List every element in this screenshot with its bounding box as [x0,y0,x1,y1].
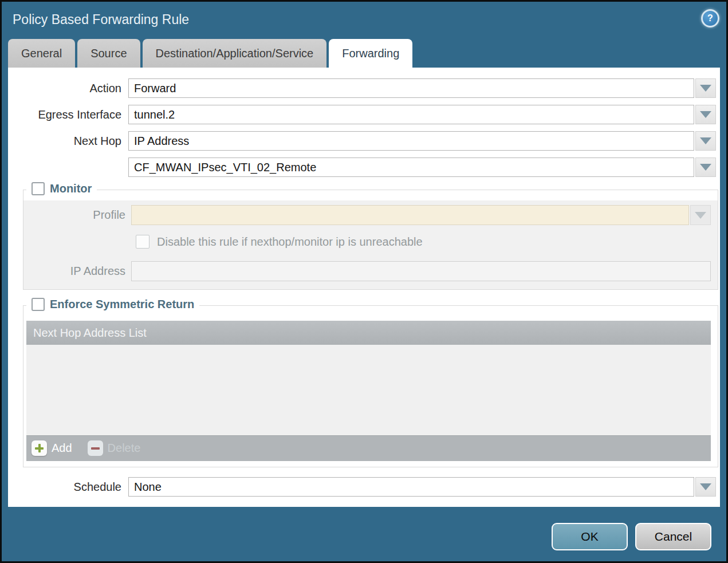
next-hop-address-list-header-label: Next Hop Address List [33,326,147,340]
chevron-down-icon [695,212,706,219]
next-hop-address-dropdown-button[interactable] [695,158,716,177]
action-row: Action Forward [8,78,720,98]
tab-destination-label: Destination/Application/Service [156,47,314,60]
monitor-ip-address-label: IP Address [23,265,131,278]
tab-bar: General Source Destination/Application/S… [8,39,412,68]
next-hop-row: Next Hop IP Address [8,131,720,151]
profile-select [131,205,711,225]
egress-interface-label: Egress Interface [8,108,128,121]
next-hop-type-value[interactable]: IP Address [128,131,694,151]
profile-row: Profile [23,205,718,225]
egress-interface-row: Egress Interface tunnel.2 [8,105,720,124]
next-hop-address-list-table-wrap: Next Hop Address List Add Delete [23,306,718,467]
monitor-legend-label: Monitor [50,182,92,195]
enforce-symmetric-return-legend-label: Enforce Symmetric Return [50,298,194,311]
disable-rule-label: Disable this rule if nexthop/monitor ip … [157,235,423,249]
schedule-label: Schedule [8,481,128,494]
ok-button[interactable]: OK [552,523,628,550]
monitor-ip-address-field-wrap [131,261,711,281]
next-hop-label: Next Hop [8,135,128,148]
monitor-group: Monitor Profile Disable [23,190,718,290]
add-button-label: Add [52,442,72,455]
forwarding-tab-panel: Action Forward Egress Interface tunnel.2 [8,68,720,507]
tab-source-label: Source [90,47,127,60]
chevron-down-icon [700,137,711,144]
help-icon[interactable]: ? [701,9,719,27]
chevron-down-icon [700,111,711,118]
monitor-body: Profile Disable this rule if nexthop/mon… [23,200,718,289]
next-hop-address-select[interactable]: CF_MWAN_IPsec_VTI_02_Remote [128,158,716,177]
cancel-button[interactable]: Cancel [635,523,711,550]
enforce-symmetric-return-group: Enforce Symmetric Return Next Hop Addres… [23,305,718,467]
chevron-down-icon [700,85,711,92]
next-hop-address-row: CF_MWAN_IPsec_VTI_02_Remote [8,158,720,177]
profile-dropdown-button [690,205,711,225]
schedule-dropdown-button[interactable] [695,477,716,497]
dialog-footer-buttons: OK Cancel [552,523,711,550]
next-hop-type-dropdown-button[interactable] [695,131,716,151]
enforce-symmetric-return-legend: Enforce Symmetric Return [26,298,199,311]
action-dropdown-button[interactable] [695,78,716,98]
dialog-title: Policy Based Forwarding Rule [13,12,189,27]
schedule-select[interactable]: None [128,477,716,497]
action-select[interactable]: Forward [128,78,716,98]
minus-icon [88,440,103,456]
monitor-checkbox[interactable] [32,182,45,195]
dialog-titlebar: Policy Based Forwarding Rule [2,2,726,37]
chevron-down-icon [700,164,711,171]
monitor-legend: Monitor [26,182,97,195]
enforce-symmetric-return-checkbox[interactable] [32,298,45,311]
next-hop-type-select[interactable]: IP Address [128,131,716,151]
schedule-row: Schedule None [8,477,720,497]
delete-button: Delete [88,440,141,456]
tab-destination-application-service[interactable]: Destination/Application/Service [143,39,327,68]
tab-general-label: General [21,47,62,60]
tab-forwarding[interactable]: Forwarding [329,39,412,68]
profile-value [131,205,689,225]
disable-rule-row: Disable this rule if nexthop/monitor ip … [136,235,718,249]
next-hop-address-list-body [26,345,711,435]
monitor-ip-address-row: IP Address [23,261,718,281]
disable-rule-checkbox [136,235,149,249]
next-hop-address-list-header: Next Hop Address List [26,321,711,345]
plus-icon [32,440,47,456]
monitor-ip-address-input [131,261,711,281]
delete-button-label: Delete [108,442,141,455]
chevron-down-icon [700,483,711,490]
help-glyph: ? [707,13,713,23]
add-button[interactable]: Add [32,440,72,456]
action-label: Action [8,82,128,95]
profile-label: Profile [23,208,131,222]
next-hop-address-list-toolbar: Add Delete [26,435,711,461]
tab-general[interactable]: General [8,39,75,68]
schedule-value[interactable]: None [128,477,694,497]
screen: Policy Based Forwarding Rule ? General S… [0,0,728,563]
egress-interface-dropdown-button[interactable] [695,105,716,124]
pbf-rule-dialog: Policy Based Forwarding Rule ? General S… [2,2,726,561]
next-hop-address-value[interactable]: CF_MWAN_IPsec_VTI_02_Remote [128,158,694,177]
action-value[interactable]: Forward [128,78,694,98]
tab-source[interactable]: Source [77,39,140,68]
egress-interface-value[interactable]: tunnel.2 [128,105,694,124]
tab-forwarding-label: Forwarding [342,47,399,60]
egress-interface-select[interactable]: tunnel.2 [128,105,716,124]
